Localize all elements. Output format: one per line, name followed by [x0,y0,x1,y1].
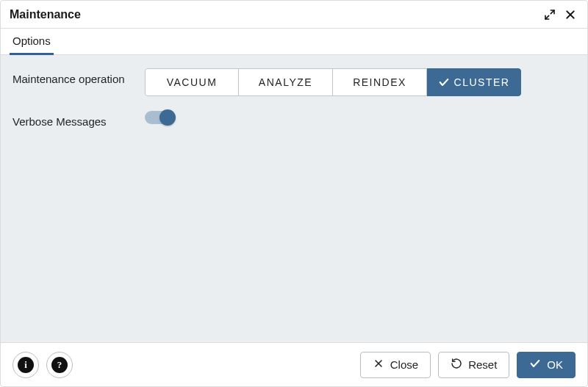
dialog-footer: i ? Close Reset [1,342,587,386]
verbose-toggle[interactable] [145,111,174,124]
operation-analyze-label: ANALYZE [259,76,312,88]
info-button[interactable]: i [12,352,39,378]
tab-options[interactable]: Options [10,29,54,55]
reset-button-label: Reset [468,358,497,371]
close-button[interactable]: Close [360,352,431,378]
toggle-knob [159,109,176,126]
operation-control: VACUUM ANALYZE REINDEX [145,68,576,96]
row-verbose: Verbose Messages [12,111,576,129]
info-icon: i [18,357,34,373]
maintenance-dialog: Maintenance Options Maintenance operatio… [0,0,588,387]
reset-button[interactable]: Reset [438,352,509,378]
operation-cluster[interactable]: CLUSTER [427,68,521,96]
dialog-body: Maintenance operation VACUUM ANALYZE [1,55,587,342]
operation-analyze[interactable]: ANALYZE [239,68,333,96]
tab-label: Options [12,35,51,47]
check-icon [529,358,541,372]
operation-vacuum[interactable]: VACUUM [145,68,239,96]
operation-label: Maintenance operation [12,68,145,87]
verbose-label: Verbose Messages [12,111,145,129]
help-icon: ? [51,357,68,373]
reset-icon [451,358,462,372]
ok-button[interactable]: OK [517,352,576,378]
help-button[interactable]: ? [46,352,73,378]
operation-vacuum-label: VACUUM [167,76,218,88]
operation-segmented: VACUUM ANALYZE REINDEX [145,68,521,96]
tab-bar: Options [1,29,587,55]
ok-button-label: OK [547,358,563,371]
dialog-title: Maintenance [10,8,81,21]
expand-icon[interactable] [542,7,558,23]
operation-reindex-label: REINDEX [353,76,406,88]
operation-cluster-label: CLUSTER [454,76,510,88]
operation-reindex[interactable]: REINDEX [333,68,427,96]
row-operation: Maintenance operation VACUUM ANALYZE [12,68,576,96]
titlebar: Maintenance [1,1,587,29]
check-icon [438,76,450,88]
x-icon [373,358,384,372]
close-icon[interactable] [562,7,578,23]
close-button-label: Close [390,358,418,371]
verbose-control [145,111,576,124]
